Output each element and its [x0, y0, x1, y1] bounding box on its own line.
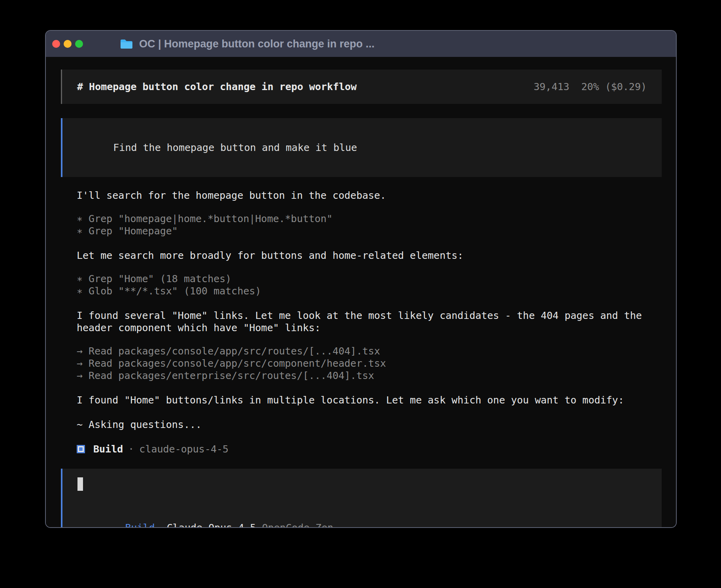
spacer: [256, 522, 262, 528]
titlebar[interactable]: OC | Homepage button color change in rep…: [46, 31, 676, 57]
folder-icon: [120, 39, 133, 49]
tool-call-read: → Read packages/console/app/src/routes/[…: [77, 345, 662, 357]
tool-call-grep: ∗ Grep "Homepage": [77, 225, 662, 237]
assistant-text: I found several "Home" links. Let me loo…: [77, 309, 662, 334]
assistant-text: Let me search more broadly for buttons a…: [77, 249, 662, 262]
input-meta-row: Build Claude Opus 4.5 OpenCode Zen: [77, 509, 647, 528]
agent-model: claude-opus-4-5: [139, 443, 228, 455]
session-header: # Homepage button color change in repo w…: [61, 70, 662, 104]
input-model-label[interactable]: Claude Opus 4.5: [167, 522, 256, 528]
input-provider-label: OpenCode Zen: [262, 522, 334, 528]
assistant-text: I'll search for the homepage button in t…: [77, 189, 662, 202]
tool-call-group: → Read packages/console/app/src/routes/[…: [77, 345, 662, 382]
tool-call-grep: ∗ Grep "Home" (18 matches): [77, 273, 662, 285]
terminal-window: OC | Homepage button color change in rep…: [45, 30, 677, 528]
user-message: Find the homepage button and make it blu…: [61, 118, 662, 177]
tool-call-grep: ∗ Grep "homepage|home.*button|Home.*butt…: [77, 213, 662, 225]
close-button[interactable]: [52, 40, 60, 48]
session-title: # Homepage button color change in repo w…: [77, 81, 357, 93]
spacer: [155, 522, 167, 528]
text-cursor: [77, 477, 83, 491]
assistant-working-status: ~ Asking questions...: [77, 418, 662, 431]
user-message-text: Find the homepage button and make it blu…: [113, 142, 357, 153]
assistant-transcript: I'll search for the homepage button in t…: [61, 177, 662, 455]
minimize-button[interactable]: [64, 40, 72, 48]
prompt-input[interactable]: Build Claude Opus 4.5 OpenCode Zen: [61, 469, 662, 528]
terminal-content: # Homepage button color change in repo w…: [46, 57, 676, 528]
agent-attribution-row: Build · claude-opus-4-5: [77, 443, 662, 455]
agent-separator: ·: [128, 443, 134, 455]
tool-call-glob: ∗ Glob "**/*.tsx" (100 matches): [77, 285, 662, 297]
tool-call-read: → Read packages/console/app/src/componen…: [77, 357, 662, 369]
input-agent-label[interactable]: Build: [125, 522, 155, 528]
tool-call-read: → Read packages/enterprise/src/routes/[.…: [77, 369, 662, 382]
assistant-text: I found "Home" buttons/links in multiple…: [77, 394, 662, 406]
session-token-stats: 39,413 20% ($0.29): [534, 81, 647, 93]
agent-build-icon: [77, 445, 85, 453]
window-title: OC | Homepage button color change in rep…: [139, 38, 375, 50]
tool-call-group: ∗ Grep "homepage|home.*button|Home.*butt…: [77, 213, 662, 237]
tool-call-group: ∗ Grep "Home" (18 matches) ∗ Glob "**/*.…: [77, 273, 662, 297]
zoom-button[interactable]: [75, 40, 83, 48]
agent-name: Build: [93, 443, 123, 455]
